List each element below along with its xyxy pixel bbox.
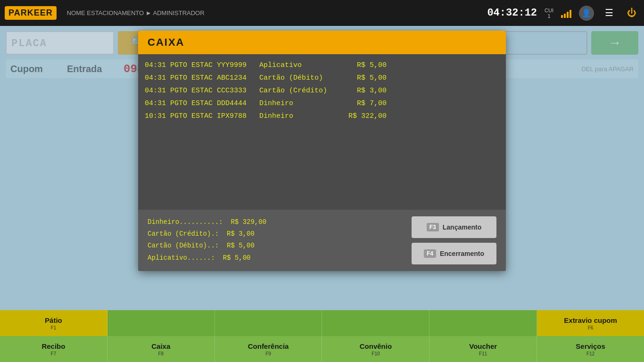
fkey-number: F12 [586,351,594,356]
topbar: PARKEER NOME ESTACIONAMENTO ► ADMINISTRA… [0,0,644,26]
logo: PARKEER [5,6,57,20]
fkey-number: F1 [51,325,57,330]
fkey-number: F6 [588,325,594,330]
fkey-number: F10 [372,351,380,356]
caixa-totals: Dinheiro..........: R$ 329,00Cartão (Cré… [148,216,402,264]
fkey-btn-f8[interactable]: CaixaF8 [107,336,215,362]
caixa-title: CAIXA [138,31,506,54]
cui-badge: CUI 1 [545,8,553,19]
caixa-modal: CAIXA 04:31 PGTO ESTAC YYY9999 Aplicativ… [138,31,506,271]
fkey-label: Conferência [248,342,289,350]
transaction-row: 04:31 PGTO ESTAC YYY9999 Aplicativo R$ 5… [145,59,499,72]
logo-text: PARKEER [5,6,57,20]
transaction-row: 04:31 PGTO ESTAC DDD4444 Dinheiro R$ 7,0… [145,97,499,110]
fkey-btn-f11[interactable]: VoucherF11 [429,336,537,362]
transaction-row: 04:31 PGTO ESTAC CCC3333 Cartão (Crédito… [145,84,499,97]
fkey-number: F8 [158,351,164,356]
encerramento-button[interactable]: F4 Encerramento [412,243,496,264]
fkey-btn-f7[interactable]: ReciboF7 [0,336,107,362]
fkey-btn-f1[interactable]: PátioF1 [0,310,107,336]
lancamento-label: Lançamento [443,223,481,231]
total-row: Cartão (Débito)..: R$ 5,00 [148,240,402,252]
encerramento-label: Encerramento [440,250,484,257]
fkey-row-1: PátioF1Extravio cupomF6 [0,310,644,336]
topbar-right: 04:32:12 CUI 1 👤 ☰ ⏻ [487,6,639,21]
fkey-number: F7 [51,351,57,356]
transaction-row: 04:31 PGTO ESTAC ABC1234 Cartão (Débito)… [145,72,499,84]
encerramento-fkey: F4 [424,249,436,258]
station-name: NOME ESTACIONAMENTO ► ADMINISTRADOR [67,9,205,16]
transaction-row: 10:31 PGTO ESTAC IPX9788 Dinheiro R$ 322… [145,110,499,123]
caixa-footer: Dinheiro..........: R$ 329,00Cartão (Cré… [138,210,506,271]
fkey-row-2: ReciboF7CaixaF8ConferênciaF9ConvênioF10V… [0,336,644,362]
fkey-number: F11 [479,351,487,356]
fkey-btn-f5 [429,310,537,336]
total-row: Dinheiro..........: R$ 329,00 [148,216,402,228]
profile-icon[interactable]: 👤 [579,6,594,21]
bottom-bar: PátioF1Extravio cupomF6 ReciboF7CaixaF8C… [0,310,644,362]
clock-display: 04:32:12 [487,7,537,19]
fkey-btn-f4 [322,310,429,336]
fkey-btn-f9[interactable]: ConferênciaF9 [215,336,322,362]
fkey-btn-f12[interactable]: ServiçosF12 [537,336,644,362]
fkey-number: F9 [265,351,271,356]
signal-bars [561,8,571,18]
total-row: Aplicativo......: R$ 5,00 [148,252,402,264]
menu-icon[interactable]: ☰ [602,6,617,21]
caixa-buttons: F3 Lançamento F4 Encerramento [412,216,496,264]
fkey-btn-f10[interactable]: ConvênioF10 [322,336,429,362]
caixa-transaction-list: 04:31 PGTO ESTAC YYY9999 Aplicativo R$ 5… [138,54,506,210]
fkey-btn-f2 [107,310,215,336]
total-row: Cartão (Crédito).: R$ 3,00 [148,228,402,240]
fkey-label: Convênio [360,342,392,350]
fkey-btn-f3 [215,310,322,336]
fkey-label: Serviços [576,342,605,350]
fkey-label: Recibo [41,342,65,350]
power-icon[interactable]: ⏻ [624,6,639,21]
lancamento-button[interactable]: F3 Lançamento [412,216,496,238]
lancamento-fkey: F3 [427,223,439,231]
fkey-label: Extravio cupom [564,316,617,324]
fkey-btn-f6[interactable]: Extravio cupomF6 [537,310,644,336]
modal-overlay: CAIXA 04:31 PGTO ESTAC YYY9999 Aplicativ… [0,26,644,310]
fkey-label: Voucher [469,342,497,350]
fkey-label: Caixa [151,342,170,350]
fkey-label: Pátio [45,316,62,324]
